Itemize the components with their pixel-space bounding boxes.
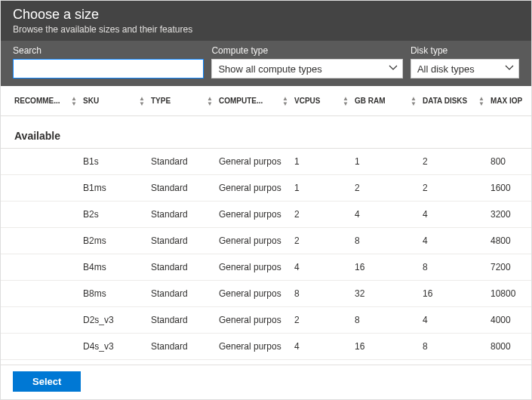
cell-compute: General purpos — [216, 149, 291, 175]
cell-disks: 2 — [420, 149, 487, 175]
cell-disks: 4 — [420, 228, 487, 254]
cell-sku: B2s — [80, 202, 148, 228]
disk-type-value: All disk types — [417, 63, 475, 75]
table-row[interactable]: B1sStandardGeneral purpos112800 — [1, 149, 531, 175]
cell-type: Standard — [148, 281, 216, 307]
panel-header: Choose a size Browse the available sizes… — [1, 1, 531, 41]
cell-iops: 10800 — [487, 281, 531, 307]
cell-ram: 16 — [352, 334, 420, 360]
compute-type-value: Show all compute types — [218, 63, 321, 75]
cell-iops: 1600 — [487, 175, 531, 202]
compute-type-select[interactable]: Show all compute types — [211, 59, 402, 78]
panel-footer: Select — [1, 365, 531, 399]
sort-icon: ▲▼ — [139, 96, 145, 106]
cell-compute: General purpos — [216, 281, 291, 307]
cell-disks: 8 — [420, 334, 487, 360]
disk-type-group: Disk type All disk types — [411, 45, 519, 78]
disk-type-select[interactable]: All disk types — [411, 59, 519, 78]
cell-iops: 4800 — [487, 228, 531, 254]
col-header-label: VCPUS — [294, 97, 320, 105]
cell-ram: 4 — [352, 202, 420, 228]
col-header-sku[interactable]: SKU ▲▼ — [80, 86, 148, 116]
chevron-down-icon — [505, 63, 514, 75]
cell-type: Standard — [148, 149, 216, 175]
cell-recommended — [1, 149, 80, 175]
filter-bar: Search Compute type Show all compute typ… — [1, 41, 531, 86]
compute-type-label: Compute type — [211, 45, 402, 56]
sort-icon: ▲▼ — [207, 96, 213, 106]
cell-ram: 8 — [352, 307, 420, 334]
table-row[interactable]: B2msStandardGeneral purpos2844800 — [1, 228, 531, 254]
cell-compute: General purpos — [216, 307, 291, 334]
col-header-iops[interactable]: MAX IOP — [487, 86, 531, 116]
cell-ram: 32 — [352, 281, 420, 307]
col-header-label: COMPUTE... — [219, 97, 263, 105]
cell-recommended — [1, 307, 80, 334]
table-row[interactable]: B4msStandardGeneral purpos41687200 — [1, 254, 531, 281]
cell-iops: 4000 — [487, 307, 531, 334]
cell-ram: 2 — [352, 175, 420, 202]
table-row[interactable]: B2sStandardGeneral purpos2443200 — [1, 202, 531, 228]
sort-icon: ▲▼ — [282, 96, 288, 106]
cell-disks: 2 — [420, 175, 487, 202]
cell-compute: General purpos — [216, 175, 291, 202]
col-header-recommended[interactable]: RECOMME... ▲▼ — [1, 86, 80, 116]
cell-vcpus: 8 — [291, 281, 352, 307]
cell-iops: 8000 — [487, 334, 531, 360]
cell-vcpus: 2 — [291, 202, 352, 228]
col-header-label: MAX IOP — [490, 97, 522, 105]
cell-ram: 1 — [352, 149, 420, 175]
cell-vcpus: 1 — [291, 149, 352, 175]
panel-subtitle: Browse the available sizes and their fea… — [13, 24, 519, 35]
compute-type-group: Compute type Show all compute types — [211, 45, 402, 78]
cell-vcpus: 2 — [291, 228, 352, 254]
cell-iops: 3200 — [487, 202, 531, 228]
table-row[interactable]: B8msStandardGeneral purpos8321610800 — [1, 281, 531, 307]
cell-disks: 8 — [420, 254, 487, 281]
cell-type: Standard — [148, 307, 216, 334]
table-row[interactable]: D2s_v3StandardGeneral purpos2844000 — [1, 307, 531, 334]
section-header-available: Available — [1, 116, 531, 149]
cell-sku: B8ms — [80, 281, 148, 307]
size-table-wrap: RECOMME... ▲▼ SKU ▲▼ TYPE ▲▼ COMPUTE... … — [1, 86, 531, 365]
cell-sku: D4s_v3 — [80, 334, 148, 360]
col-header-ram[interactable]: GB RAM ▲▼ — [352, 86, 420, 116]
cell-compute: General purpos — [216, 254, 291, 281]
sort-icon: ▲▼ — [343, 96, 349, 106]
col-header-vcpus[interactable]: VCPUS ▲▼ — [291, 86, 352, 116]
cell-ram: 16 — [352, 254, 420, 281]
search-input[interactable] — [13, 59, 204, 78]
select-button[interactable]: Select — [13, 371, 81, 392]
table-row[interactable]: B1msStandardGeneral purpos1221600 — [1, 175, 531, 202]
cell-sku: B1s — [80, 149, 148, 175]
size-picker-panel: Choose a size Browse the available sizes… — [0, 0, 532, 400]
col-header-label: RECOMME... — [14, 97, 60, 105]
cell-sku: B1ms — [80, 175, 148, 202]
cell-type: Standard — [148, 202, 216, 228]
cell-disks: 4 — [420, 202, 487, 228]
cell-compute: General purpos — [216, 202, 291, 228]
cell-type: Standard — [148, 334, 216, 360]
table-row[interactable]: D4s_v3StandardGeneral purpos41688000 — [1, 334, 531, 360]
cell-sku: B2ms — [80, 228, 148, 254]
search-group: Search — [13, 45, 204, 78]
search-label: Search — [13, 45, 204, 56]
chevron-down-icon — [389, 63, 398, 75]
cell-sku: B4ms — [80, 254, 148, 281]
cell-iops: 800 — [487, 149, 531, 175]
cell-sku: D2s_v3 — [80, 307, 148, 334]
cell-compute: General purpos — [216, 228, 291, 254]
cell-vcpus: 1 — [291, 175, 352, 202]
col-header-label: TYPE — [151, 97, 171, 105]
col-header-disks[interactable]: DATA DISKS ▲▼ — [420, 86, 487, 116]
cell-vcpus: 4 — [291, 334, 352, 360]
cell-recommended — [1, 202, 80, 228]
cell-vcpus: 2 — [291, 307, 352, 334]
cell-recommended — [1, 254, 80, 281]
col-header-type[interactable]: TYPE ▲▼ — [148, 86, 216, 116]
cell-recommended — [1, 175, 80, 202]
col-header-label: SKU — [83, 97, 99, 105]
col-header-compute[interactable]: COMPUTE... ▲▼ — [216, 86, 291, 116]
size-table: RECOMME... ▲▼ SKU ▲▼ TYPE ▲▼ COMPUTE... … — [1, 86, 531, 360]
col-header-label: DATA DISKS — [423, 97, 467, 105]
